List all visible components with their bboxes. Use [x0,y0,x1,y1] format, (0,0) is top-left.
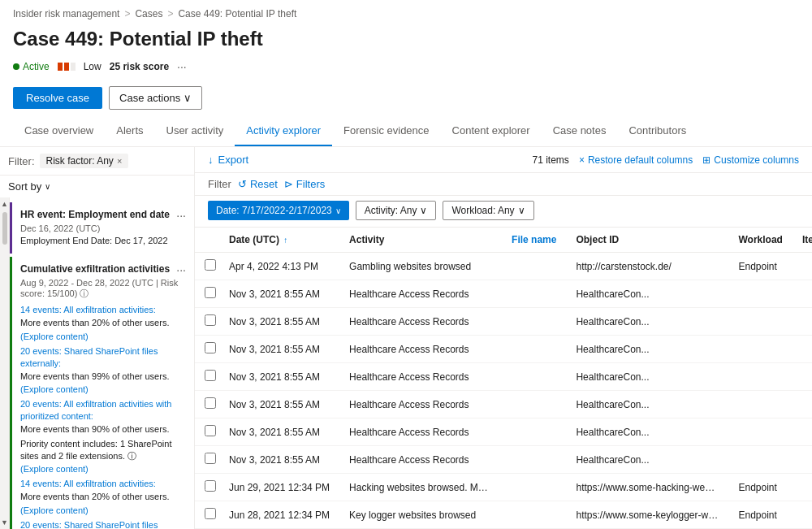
workload-filter-chip[interactable]: Workload: Any ∨ [443,201,533,220]
row-checkbox[interactable] [205,259,216,271]
table-row[interactable]: Apr 4, 2022 4:13 PM Gambling websites br… [195,253,812,280]
activity-chip-chevron: ∨ [420,205,427,216]
tab-case-overview[interactable]: Case overview [13,116,105,146]
link-explore-1[interactable]: (Explore content) [20,332,89,341]
events-list: HR event: Employment end date ··· Dec 16… [10,197,194,529]
link-20-events-2[interactable]: 20 events: Shared SharePoint files exter… [20,520,158,529]
cell-workload: Endpoint [728,253,792,280]
table-row[interactable]: Nov 3, 2021 8:55 AM Healthcare Access Re… [195,280,812,308]
cell-objectid: HealthcareCon... [566,446,728,474]
table-row[interactable]: Nov 3, 2021 8:55 AM Healthcare Access Re… [195,308,812,336]
risk-bar-3 [71,63,76,71]
col-objectid[interactable]: Object ID [566,228,728,253]
text-20pct-2: More events than 20% of other users. [20,491,186,503]
case-actions-button[interactable]: Case actions ∨ [109,86,202,110]
table-row[interactable]: Nov 3, 2021 8:55 AM Healthcare Access Re… [195,363,812,391]
resolve-case-button[interactable]: Resolve case [13,87,102,109]
table-header-row: Date (UTC) ↑ Activity File name Object I… [195,228,812,253]
case-actions-label: Case actions [119,92,180,104]
table-row[interactable]: Nov 3, 2021 8:55 AM Healthcare Access Re… [195,446,812,474]
tab-forensic[interactable]: Forensic evidence [332,116,441,146]
tab-content-explorer[interactable]: Content explorer [441,116,542,146]
scroll-thumb[interactable] [2,212,7,245]
cell-filename [502,336,566,363]
filter-chip-close[interactable]: × [117,156,122,166]
reset-button[interactable]: ↺ Reset [238,178,278,190]
cell-itemtype [793,363,812,391]
restore-columns-button[interactable]: × Restore default columns [579,154,693,166]
tab-contributors[interactable]: Contributors [617,116,698,146]
breadcrumb-item-1[interactable]: Insider risk management [13,8,119,20]
more-menu-icon[interactable]: ··· [177,60,187,73]
restore-label: Restore default columns [588,154,693,166]
cell-date: Nov 3, 2021 8:55 AM [219,280,339,308]
cell-filename [502,501,566,529]
page-title: Case 449: Potential IP theft [0,24,812,57]
event-hr-sub: Employment End Date: Dec 17, 2022 [20,235,186,247]
event-hr-menu[interactable]: ··· [173,209,186,222]
link-20-events-1[interactable]: 20 events: Shared SharePoint files exter… [20,346,158,368]
cell-objectid: http://carstenstock.de/ [566,253,728,280]
row-checkbox[interactable] [205,508,216,519]
col-filename[interactable]: File name [502,228,566,253]
link-20-events-priority[interactable]: 20 events: All exfiltration activities w… [20,399,171,421]
table-row[interactable]: Nov 3, 2021 8:55 AM Healthcare Access Re… [195,418,812,446]
filter-chip[interactable]: Risk factor: Any × [40,154,129,168]
link-explore-2[interactable]: (Explore content) [20,384,89,394]
tab-activity-explorer[interactable]: Activity explorer [235,116,332,146]
row-checkbox[interactable] [205,425,216,436]
row-checkbox[interactable] [205,480,216,492]
cell-filename [502,280,566,308]
row-checkbox[interactable] [205,370,216,381]
table-row[interactable]: Nov 3, 2021 8:55 AM Healthcare Access Re… [195,336,812,363]
breadcrumb-item-2[interactable]: Cases [135,8,162,20]
row-checkbox[interactable] [205,287,216,298]
sort-chevron-icon: ∨ [45,182,50,191]
status-bar: Active Low 25 risk score ··· [0,57,812,81]
cell-date: Jun 29, 2021 12:34 PM [219,474,339,501]
event-cumulative-menu[interactable]: ··· [173,263,186,276]
link-14-events-1[interactable]: 14 events: All exfiltration activities: [20,305,156,314]
event-hr-date: Dec 16, 2022 (UTC) [20,223,186,233]
date-filter-chip[interactable]: Date: 7/17/2022-2/17/2023 ∨ [208,201,349,220]
items-count: 71 items [533,154,569,166]
table-row[interactable]: Jun 29, 2021 12:34 PM Hacking websites b… [195,474,812,501]
filter-row: Filter ↺ Reset ⊳ Filters [195,173,812,196]
date-chip-chevron: ∨ [335,206,341,215]
export-label: Export [218,154,249,166]
cell-workload [728,280,792,308]
toolbar: Resolve case Case actions ∨ [0,81,812,110]
link-14-events-2[interactable]: 14 events: All exfiltration activities: [20,479,156,488]
right-actions: 71 items × Restore default columns ⊞ Cus… [533,154,799,166]
col-activity[interactable]: Activity [339,228,502,253]
row-checkbox[interactable] [205,397,216,409]
table-row[interactable]: Nov 3, 2021 8:55 AM Healthcare Access Re… [195,391,812,418]
tab-user-activity[interactable]: User activity [155,116,235,146]
cell-activity: Healthcare Access Records [339,363,502,391]
row-checkbox[interactable] [205,342,216,353]
tab-alerts[interactable]: Alerts [105,116,154,146]
filters-button[interactable]: ⊳ Filters [284,178,325,190]
cell-itemtype [793,418,812,446]
breadcrumb-item-3[interactable]: Case 449: Potential IP theft [178,8,296,20]
risk-score: 25 risk score [110,61,169,72]
customize-columns-button[interactable]: ⊞ Customize columns [702,154,799,166]
link-explore-4[interactable]: (Explore content) [20,505,89,515]
status-active: Active [13,61,50,72]
col-date[interactable]: Date (UTC) ↑ [219,228,339,253]
tab-case-notes[interactable]: Case notes [542,116,618,146]
cell-filename [502,418,566,446]
sort-bar[interactable]: Sort by ∨ [0,176,194,197]
col-itemtype[interactable]: Item type [793,228,812,253]
activity-filter-chip[interactable]: Activity: Any ∨ [356,201,437,220]
col-workload[interactable]: Workload [728,228,792,253]
cell-filename [502,253,566,280]
cell-activity: Healthcare Access Records [339,336,502,363]
row-checkbox[interactable] [205,314,216,326]
breadcrumb-sep-2: > [167,8,173,20]
link-explore-3[interactable]: (Explore content) [20,464,89,474]
row-checkbox[interactable] [205,453,216,464]
export-button[interactable]: ↓ Export [208,154,248,166]
risk-bar-1 [58,63,63,71]
table-row[interactable]: Jun 28, 2021 12:34 PM Key logger website… [195,501,812,529]
